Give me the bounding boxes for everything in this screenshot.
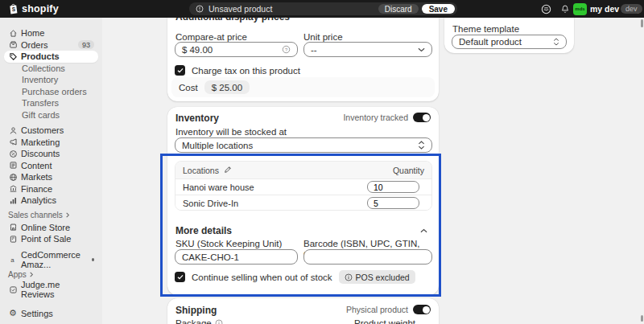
marketing-icon (8, 137, 18, 146)
quantity-field[interactable] (367, 197, 419, 209)
locations-column-header: Locations (183, 166, 219, 175)
customers-icon (8, 126, 18, 135)
quantity-input[interactable] (374, 199, 413, 208)
collapse-more-details-chevron-icon[interactable] (418, 225, 429, 236)
sales-channels-header[interactable]: Sales channels (0, 211, 102, 220)
quantity-column-header: Quantity (393, 166, 424, 175)
location-row: Hanoi ware house (175, 178, 431, 195)
continue-selling-row: Continue selling when out of stock POS e… (175, 270, 415, 284)
sidebar-item-finance[interactable]: Finance (4, 183, 98, 195)
alert-circle-icon (196, 5, 204, 13)
stocked-at-label: Inventory will be stocked at (175, 127, 287, 137)
shopify-bag-icon: S (8, 3, 19, 14)
inventory-tracked-control: Inventory tracked (343, 113, 431, 122)
question-circle-icon[interactable]: ? (282, 45, 291, 54)
sidebar-item-customers[interactable]: Customers (4, 125, 98, 137)
scrollbar-thumb[interactable] (641, 19, 643, 27)
theme-template-label: Theme template (452, 24, 519, 34)
sku-label: SKU (Stock Keeping Unit) (175, 239, 282, 248)
continue-selling-label: Continue selling when out of stock (192, 273, 332, 282)
finance-icon (8, 184, 18, 193)
sidebar-item-gift-cards[interactable]: Gift cards (4, 109, 98, 121)
sidebar-item-purchase-orders[interactable]: Purchase orders (4, 86, 98, 98)
sidebar-item-cedcommerce[interactable]: a CedCommerce Amaz... (4, 254, 98, 266)
scrollbar-bottom[interactable] (641, 315, 643, 322)
chevron-updown-icon (553, 38, 559, 46)
compare-at-price-input[interactable] (189, 45, 279, 55)
chevron-down-icon (418, 47, 425, 52)
svg-text:S: S (12, 6, 16, 12)
sidebar-item-point-of-sale[interactable]: Point of Sale (4, 233, 98, 245)
charge-tax-row: Charge tax on this product (175, 65, 300, 76)
location-name: Sonic Drive-In (183, 199, 238, 208)
online-store-icon (8, 223, 18, 232)
chevron-right-icon (29, 270, 34, 279)
barcode-input[interactable] (311, 252, 425, 262)
chevron-updown-icon (418, 141, 425, 150)
sidebar-item-online-store[interactable]: Online Store (4, 222, 98, 234)
markets-icon (8, 173, 18, 182)
charge-tax-checkbox[interactable] (175, 65, 185, 76)
sidebar-item-transfers[interactable]: Transfers (4, 97, 98, 109)
discard-button[interactable]: Discard (378, 4, 419, 14)
sidebar-item-content[interactable]: Content (4, 160, 98, 172)
sku-field[interactable] (175, 249, 298, 265)
physical-product-label: Physical product (346, 305, 408, 314)
sidebar-item-collections[interactable]: Collections (4, 63, 98, 75)
cost-value: $ 25.00 (204, 80, 250, 94)
stocked-locations-select[interactable]: Multiple locations (175, 137, 432, 153)
pos-excluded-badge[interactable]: POS excluded (339, 270, 415, 284)
package-label-row: Package (175, 318, 223, 324)
physical-product-toggle[interactable] (413, 305, 431, 314)
sidebar-item-analytics[interactable]: Analytics (4, 195, 98, 207)
sidebar-item-orders[interactable]: Orders 93 (4, 39, 98, 51)
inbox-icon[interactable] (540, 3, 551, 14)
physical-product-control: Physical product (346, 305, 431, 314)
charge-tax-label: Charge tax on this product (192, 66, 300, 76)
unit-price-select[interactable]: -- (303, 42, 432, 57)
inventory-title: Inventory (175, 113, 219, 124)
home-icon (8, 29, 18, 38)
shipping-title: Shipping (175, 305, 217, 316)
sidebar-item-discounts[interactable]: Discounts (4, 148, 98, 160)
quantity-input[interactable] (374, 183, 413, 192)
bell-icon[interactable] (559, 3, 571, 14)
info-circle-icon[interactable] (215, 319, 223, 324)
notification-dot (92, 258, 94, 261)
avatar[interactable]: mds (573, 3, 587, 15)
edit-pencil-icon[interactable] (224, 166, 232, 175)
currency-prefix: $ (182, 45, 187, 55)
save-button[interactable]: Save (422, 4, 455, 14)
product-weight-label: Product weight (354, 318, 415, 324)
more-details-title: More details (175, 225, 232, 236)
sidebar-item-home[interactable]: Home (4, 27, 98, 39)
compare-at-price-field[interactable]: $ ? (175, 42, 298, 57)
barcode-field[interactable] (303, 249, 432, 265)
inventory-tracked-toggle[interactable] (413, 113, 431, 122)
sidebar-item-judgeme[interactable]: Judge.me Reviews (4, 284, 98, 296)
sidebar-item-settings[interactable]: ⚙ Settings (4, 308, 98, 320)
sidebar: Home Orders 93 Products Collections Inve… (0, 18, 102, 324)
package-label: Package (175, 318, 212, 324)
unsaved-label: Unsaved product (208, 4, 272, 14)
sidebar-item-markets[interactable]: Markets (4, 171, 98, 183)
judgeme-icon (8, 285, 18, 294)
locations-table: Locations Quantity Hanoi ware house Soni… (175, 161, 432, 211)
inventory-tracked-label: Inventory tracked (343, 113, 408, 122)
discounts-icon (8, 150, 18, 158)
orders-icon (8, 40, 18, 49)
location-name: Hanoi ware house (183, 183, 254, 192)
theme-template-select[interactable]: Default product (452, 35, 567, 49)
content-icon (8, 161, 18, 170)
shopify-logo[interactable]: S shopify (8, 0, 59, 18)
apps-header[interactable]: Apps (0, 269, 102, 279)
continue-selling-checkbox[interactable] (175, 272, 185, 282)
sidebar-item-marketing[interactable]: Marketing (4, 137, 98, 149)
sku-input[interactable] (182, 252, 291, 262)
sidebar-item-inventory[interactable]: Inventory (4, 74, 98, 86)
svg-text:a: a (10, 256, 14, 264)
quantity-field[interactable] (367, 181, 419, 193)
sidebar-item-products[interactable]: Products (4, 51, 98, 63)
info-circle-icon (345, 273, 353, 281)
shipping-card: Shipping Physical product Package Produc… (167, 298, 439, 324)
